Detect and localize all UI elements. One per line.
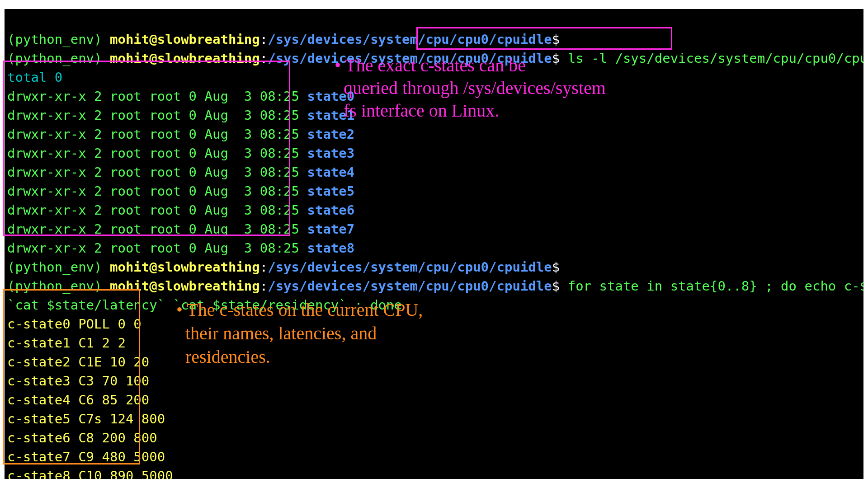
- dir-state5: state5: [307, 183, 354, 199]
- ls-row: drwxr-xr-x 2 root root 0 Aug 3 08:25 sta…: [7, 145, 354, 161]
- command-for-loop[interactable]: for state in state{0..8} ; do echo c-$st…: [568, 278, 863, 294]
- colon: :: [260, 32, 268, 47]
- cstate-row: c-state0 POLL 0 0: [7, 316, 142, 332]
- cstate-row: c-state7 C9 480 5000: [7, 449, 165, 465]
- ls-row: drwxr-xr-x 2 root root 0 Aug 3 08:25 sta…: [7, 183, 354, 199]
- dir-state2: state2: [307, 127, 354, 142]
- dir-state8: state8: [307, 240, 354, 256]
- ls-total: total 0: [7, 70, 62, 85]
- dir-state4: state4: [307, 164, 354, 180]
- cstate-row: c-state8 C10 890 5000: [7, 468, 173, 479]
- ls-row: drwxr-xr-x 2 root root 0 Aug 3 08:25 sta…: [7, 164, 354, 180]
- ls-row: drwxr-xr-x 2 root root 0 Aug 3 08:25 sta…: [7, 89, 354, 104]
- dir-state3: state3: [307, 145, 354, 161]
- prompt-line-3: (python_env) mohit@slowbreathing:/sys/de…: [7, 259, 568, 275]
- cwd: /sys/devices/system/cpu/cpu0/cpuidle: [268, 32, 552, 47]
- prompt-line-2: (python_env) mohit@slowbreathing:/sys/de…: [7, 51, 863, 66]
- prompt-line-1: (python_env) mohit@slowbreathing:/sys/de…: [7, 32, 568, 47]
- dir-state1: state1: [307, 108, 354, 123]
- cstate-row: c-state1 C1 2 2: [7, 335, 126, 351]
- cstate-row: c-state5 C7s 124 800: [7, 411, 165, 427]
- ls-row: drwxr-xr-x 2 root root 0 Aug 3 08:25 sta…: [7, 240, 354, 256]
- command-ls[interactable]: ls -l /sys/devices/system/cpu/cpu0/cpuid…: [568, 51, 863, 66]
- cstate-row: c-state6 C8 200 800: [7, 430, 157, 446]
- prompt-line-4: (python_env) mohit@slowbreathing:/sys/de…: [7, 278, 863, 294]
- dir-state6: state6: [307, 202, 354, 218]
- dir-state0: state0: [307, 89, 354, 104]
- command-for-loop-cont[interactable]: `cat $state/latency` `cat $state/residen…: [7, 297, 402, 313]
- user-host: mohit@slowbreathing: [110, 32, 260, 47]
- terminal[interactable]: (python_env) mohit@slowbreathing:/sys/de…: [5, 9, 863, 479]
- ls-row: drwxr-xr-x 2 root root 0 Aug 3 08:25 sta…: [7, 108, 354, 123]
- cstate-row: c-state2 C1E 10 20: [7, 354, 149, 370]
- dir-state7: state7: [307, 221, 354, 237]
- dollar: $: [552, 32, 560, 47]
- cstate-row: c-state3 C3 70 100: [7, 373, 149, 389]
- ls-row: drwxr-xr-x 2 root root 0 Aug 3 08:25 sta…: [7, 221, 354, 237]
- cstate-row: c-state4 C6 85 200: [7, 392, 149, 408]
- ls-row: drwxr-xr-x 2 root root 0 Aug 3 08:25 sta…: [7, 127, 354, 142]
- ls-row: drwxr-xr-x 2 root root 0 Aug 3 08:25 sta…: [7, 202, 354, 218]
- venv: (python_env): [7, 32, 102, 47]
